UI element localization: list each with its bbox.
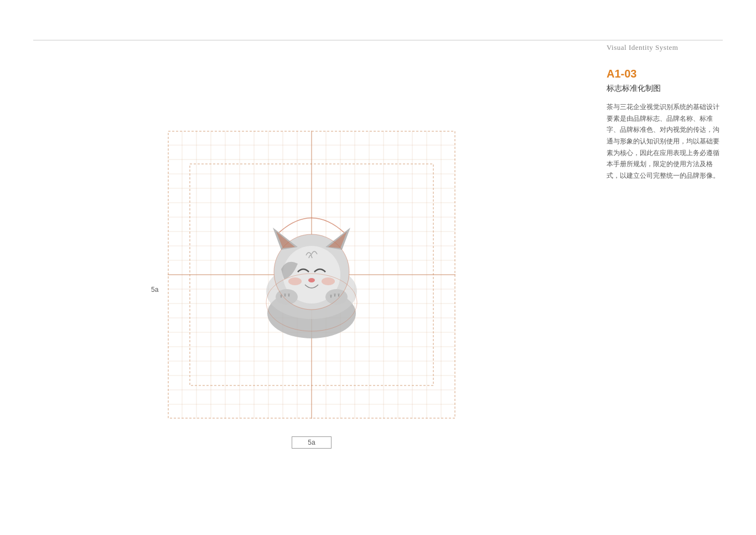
section-title: 标志标准化制图 bbox=[607, 84, 723, 94]
right-panel: Visual Identity System A1-03 标志标准化制图 茶与三… bbox=[607, 33, 723, 182]
bottom-measure-label: 5a bbox=[292, 436, 331, 449]
diagram-area: 5a bbox=[33, 78, 590, 502]
svg-point-51 bbox=[288, 277, 302, 285]
svg-point-52 bbox=[322, 277, 335, 285]
section-code: A1-03 bbox=[607, 68, 723, 80]
svg-point-54 bbox=[325, 289, 348, 305]
grid-container bbox=[168, 131, 455, 419]
vis-title: Visual Identity System bbox=[607, 43, 723, 52]
section-description: 茶与三花企业视觉识别系统的基础设计要素是由品牌标志、品牌名称、标准字、品牌标准色… bbox=[607, 101, 723, 182]
svg-point-53 bbox=[276, 289, 298, 305]
svg-point-50 bbox=[308, 278, 315, 282]
label-5a-left: 5a bbox=[151, 286, 158, 294]
grid-svg bbox=[168, 131, 455, 419]
bottom-measure-container: 5a bbox=[168, 428, 455, 449]
